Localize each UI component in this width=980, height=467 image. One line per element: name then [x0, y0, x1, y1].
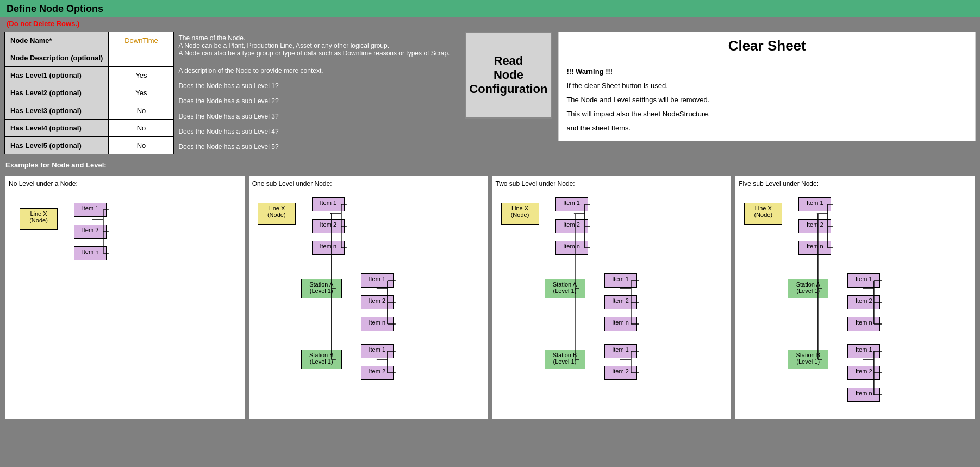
warning-line: The Node and Level settings will be remo… [566, 93, 967, 107]
diagram-title-1: One sub Level under Node: [252, 180, 485, 188]
diagram-block-3: Five sub Level under Node:Line X (Node)I… [735, 176, 975, 419]
tree-node: Item 2 [847, 366, 880, 380]
config-table: Node Name*DownTimeNode Description (opti… [4, 32, 174, 154]
table-value-5[interactable]: No [109, 119, 174, 136]
top-section: Node Name*DownTimeNode Description (opti… [0, 29, 980, 157]
tree-node: Station A (Level 1) [788, 279, 828, 298]
table-value-3[interactable]: Yes [109, 84, 174, 102]
tree-node: Item 2 [604, 366, 637, 380]
desc-cell-2: Does the Node has a sub Level 1? [174, 78, 454, 94]
desc-cell-6: Does the Node has a sub Level 5? [174, 139, 454, 154]
tree-node: Item 2 [798, 219, 831, 233]
tree-node: Station B (Level 1) [301, 350, 342, 369]
tree-node: Item n [361, 317, 394, 331]
diagram-block-1: One sub Level under Node:Line X (Node)It… [249, 176, 488, 419]
tree-node: Item 1 [847, 344, 880, 358]
tree-node: Item n [847, 388, 880, 402]
tree-node: Station A (Level 1) [301, 279, 342, 298]
warning-block: !!! Warning !!! If the clear Sheet butto… [566, 65, 967, 135]
desc-col: The name of the Node.A Node can be a Pla… [174, 32, 454, 154]
tree-node: Item 2 [604, 295, 637, 309]
warning-row: (Do not Delete Rows.) [0, 17, 980, 29]
table-value-1[interactable] [109, 49, 174, 67]
tree-node: Item n [604, 317, 637, 331]
tree-node: Item 1 [74, 203, 107, 217]
tree-node: Item 2 [555, 219, 588, 233]
table-label-1: Node Description (optional) [5, 49, 109, 67]
diagram-block-2: Two sub Level under Node:Line X (Node)It… [492, 176, 732, 419]
tree-node: Item 2 [361, 366, 394, 380]
read-node-button[interactable]: Read Node Configuration [465, 32, 552, 119]
tree-node: Item 2 [361, 295, 394, 309]
tree-node: Item n [555, 241, 588, 255]
table-value-4[interactable]: No [109, 102, 174, 119]
examples-section: Examples for Node and Level: [0, 157, 980, 169]
diagram-title-0: No Level under a Node: [9, 180, 241, 188]
tree-node: Item n [74, 246, 107, 260]
tree-node: Item 1 [604, 273, 637, 288]
tree-node: Item n [312, 241, 345, 255]
tree-node: Item 2 [74, 225, 107, 239]
table-label-0: Node Name* [5, 32, 109, 49]
table-value-6[interactable]: No [109, 136, 174, 154]
tree-node: Item 1 [847, 273, 880, 288]
tree-node: Item 1 [798, 197, 831, 211]
table-value-0[interactable]: DownTime [109, 32, 174, 49]
right-area: Read Node Configuration Clear Sheet !!! … [454, 32, 976, 154]
diagram-title-2: Two sub Level under Node: [496, 180, 728, 188]
tree-node: Line X (Node) [258, 203, 296, 225]
tree-node: Item 1 [555, 197, 588, 211]
tree-node: Line X (Node) [744, 203, 782, 225]
warning-line: If the clear Sheet button is used. [566, 79, 967, 93]
clear-sheet-area: Clear Sheet !!! Warning !!! If the clear… [558, 32, 976, 141]
table-label-2: Has Level1 (optional) [5, 67, 109, 84]
page-title: Define Node Options [7, 3, 103, 14]
table-label-5: Has Level4 (optional) [5, 119, 109, 136]
warning-line: and the sheet Items. [566, 121, 967, 135]
warning-title: !!! Warning !!! [566, 65, 967, 79]
desc-cell-3: Does the Node has a sub Level 2? [174, 94, 454, 109]
clear-sheet-button[interactable]: Clear Sheet [566, 38, 967, 59]
desc-cell-5: Does the Node has a sub Level 4? [174, 124, 454, 139]
tree-node: Item 1 [312, 197, 345, 211]
tree-node: Line X (Node) [20, 208, 58, 230]
tree-node: Item 2 [847, 295, 880, 309]
table-label-6: Has Level5 (optional) [5, 136, 109, 154]
table-label-3: Has Level2 (optional) [5, 84, 109, 102]
tree-node: Station A (Level 1) [545, 279, 585, 298]
tree-node: Item n [798, 241, 831, 255]
tree-node: Item 2 [312, 219, 345, 233]
tree-node: Item 1 [361, 344, 394, 358]
tree-node: Item 1 [604, 344, 637, 358]
diagram-block-0: No Level under a Node:Line X (Node)Item … [5, 176, 245, 419]
table-value-2[interactable]: Yes [109, 67, 174, 84]
desc-cell-0: The name of the Node.A Node can be a Pla… [174, 32, 454, 63]
diagram-title-3: Five sub Level under Node: [739, 180, 971, 188]
warning-line: This will impact also the sheet NodeStru… [566, 107, 967, 121]
tree-node: Station B (Level 1) [545, 350, 585, 369]
examples-title: Examples for Node and Level: [5, 161, 975, 169]
desc-cell-4: Does the Node has a sub Level 3? [174, 109, 454, 124]
tree-node: Line X (Node) [501, 203, 539, 225]
tree-node: Station B (Level 1) [788, 350, 828, 369]
table-label-4: Has Level3 (optional) [5, 102, 109, 119]
warning-text: (Do not Delete Rows.) [7, 20, 79, 28]
tree-node: Item n [847, 317, 880, 331]
desc-cell-1: A description of the Node to provide mor… [174, 63, 454, 78]
header-bar: Define Node Options [0, 0, 980, 17]
diagrams-row: No Level under a Node:Line X (Node)Item … [0, 173, 980, 421]
tree-node: Item 1 [361, 273, 394, 288]
